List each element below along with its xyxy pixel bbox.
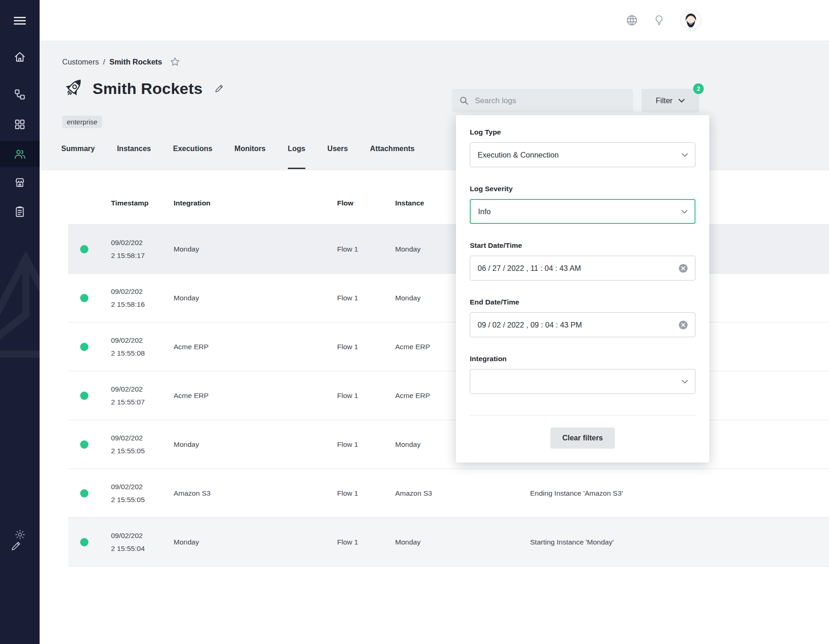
filter-panel: Log Type Execution & Connection Log Seve…: [456, 115, 709, 463]
table-row[interactable]: 09/02/202 2 15:55:07 Acme ERP Flow 1 Acm…: [68, 371, 829, 420]
clipboard-icon: [14, 206, 26, 218]
plan-badge: enterprise: [62, 116, 102, 128]
column-header-timestamp: Timestamp: [111, 199, 149, 207]
clear-filters-button[interactable]: Clear filters: [550, 427, 615, 449]
search-input[interactable]: [475, 96, 626, 105]
clear-start-datetime-button[interactable]: [678, 263, 688, 273]
log-flow: Flow 1: [337, 225, 358, 273]
start-datetime-group: Start Date/Time 06 / 27 / 2022 , 11 : 04…: [470, 241, 695, 281]
log-timestamp: 09/02/202 2 15:55:05: [111, 469, 159, 517]
status-success-dot: [80, 489, 88, 498]
clear-circle-icon: [678, 263, 688, 273]
sidebar-item-logs[interactable]: [0, 199, 40, 225]
integration-select[interactable]: [470, 369, 695, 394]
log-integration: Monday: [174, 225, 199, 273]
log-type-select[interactable]: Execution & Connection: [470, 142, 695, 167]
tab-executions[interactable]: Executions: [173, 145, 212, 169]
breadcrumb-separator: /: [103, 58, 105, 66]
menu-toggle-button[interactable]: [0, 8, 40, 34]
globe-icon: [625, 14, 638, 27]
log-flow: Flow 1: [337, 322, 358, 371]
log-message: Ending Instance 'Amazon S3': [530, 469, 623, 517]
gear-icon: [14, 529, 26, 540]
log-timestamp: 09/02/202 2 15:55:07: [111, 371, 159, 420]
globe-button[interactable]: [625, 14, 638, 27]
log-integration: Monday: [174, 274, 199, 322]
log-severity-group: Log Severity Info: [470, 185, 695, 224]
tab-logs[interactable]: Logs: [288, 145, 305, 169]
tab-attachments[interactable]: Attachments: [370, 145, 414, 169]
breadcrumb-customers-link[interactable]: Customers: [62, 58, 99, 66]
filter-button[interactable]: Filter 2: [642, 89, 699, 112]
log-severity-label: Log Severity: [470, 185, 695, 193]
status-success-dot: [80, 440, 88, 449]
table-row[interactable]: 09/02/202 2 15:55:08 Acme ERP Flow 1 Acm…: [68, 322, 829, 371]
end-datetime-input[interactable]: 09 / 02 / 2022 , 09 : 04 : 43 PM: [470, 312, 695, 337]
sidebar-item-marketplace[interactable]: [0, 170, 40, 195]
log-flow: Flow 1: [337, 371, 358, 420]
log-integration: Monday: [174, 518, 199, 566]
avatar-illustration-icon: [680, 9, 702, 31]
integrations-icon: [14, 88, 26, 100]
log-instance: Monday: [395, 225, 420, 273]
feedback-pencil-button[interactable]: [10, 540, 22, 554]
lightbulb-icon: [653, 14, 665, 27]
topbar: [40, 0, 829, 41]
grid-icon: [14, 118, 26, 130]
table-row[interactable]: 09/02/202 2 15:58:16 Monday Flow 1 Monda…: [68, 274, 829, 322]
column-header-integration: Integration: [174, 199, 210, 207]
logs-table: 09/02/202 2 15:58:17 Monday Flow 1 Monda…: [68, 225, 829, 567]
favorite-star-button[interactable]: [169, 56, 181, 67]
tab-users[interactable]: Users: [327, 145, 348, 169]
log-type-value: Execution & Connection: [478, 151, 559, 159]
chevron-down-icon: [678, 99, 685, 103]
sidebar-item-components[interactable]: [0, 111, 40, 137]
status-success-dot: [80, 294, 88, 302]
table-row[interactable]: 09/02/202 2 15:55:05 Monday Flow 1 Monda…: [68, 420, 829, 469]
log-integration: Acme ERP: [174, 371, 209, 420]
log-timestamp: 09/02/202 2 15:58:16: [111, 274, 159, 322]
log-instance: Acme ERP: [395, 322, 430, 371]
log-message: Starting Instance 'Monday': [530, 518, 614, 566]
log-flow: Flow 1: [337, 518, 358, 566]
log-timestamp: 09/02/202 2 15:58:17: [111, 225, 159, 273]
sidebar-item-customers[interactable]: [0, 141, 40, 167]
sidebar-item-integrations[interactable]: [0, 82, 40, 107]
table-row[interactable]: 09/02/202 2 15:55:04 Monday Flow 1 Monda…: [68, 518, 829, 567]
chevron-down-icon: [682, 153, 688, 157]
user-avatar[interactable]: [680, 9, 702, 31]
tab-summary[interactable]: Summary: [61, 145, 95, 169]
pencil-icon: [10, 540, 22, 552]
tab-monitors[interactable]: Monitors: [234, 145, 266, 169]
table-row[interactable]: 09/02/202 2 15:55:05 Amazon S3 Flow 1 Am…: [68, 469, 829, 518]
edit-title-button[interactable]: [214, 83, 225, 94]
panel-divider: [470, 415, 695, 416]
clear-end-datetime-button[interactable]: [678, 320, 688, 330]
app-root: Customers / Smith Rockets Smith Rockets: [0, 0, 829, 644]
log-instance: Acme ERP: [395, 371, 430, 420]
start-datetime-input[interactable]: 06 / 27 / 2022 , 11 : 04 : 43 AM: [470, 256, 695, 281]
table-row[interactable]: 09/02/202 2 15:58:17 Monday Flow 1 Monda…: [68, 225, 829, 274]
log-severity-select[interactable]: Info: [470, 199, 695, 224]
filter-count-badge: 2: [693, 83, 704, 94]
edit-pencil-icon: [214, 83, 225, 94]
status-success-dot: [80, 392, 88, 400]
star-icon: [169, 56, 181, 67]
log-integration: Monday: [174, 420, 199, 468]
page-title: Smith Rockets: [93, 80, 203, 98]
clear-circle-icon: [678, 320, 688, 330]
chevron-down-icon: [681, 210, 688, 214]
tab-instances[interactable]: Instances: [117, 145, 151, 169]
status-success-dot: [80, 343, 88, 351]
integration-group: Integration: [470, 355, 695, 394]
breadcrumb: Customers / Smith Rockets: [62, 56, 181, 67]
topbar-actions: [625, 0, 702, 41]
search-box: [452, 89, 633, 112]
end-datetime-value: 09 / 02 / 2022 , 09 : 04 : 43 PM: [478, 321, 582, 329]
end-datetime-group: End Date/Time 09 / 02 / 2022 , 09 : 04 :…: [470, 298, 695, 337]
help-lightbulb-button[interactable]: [653, 14, 665, 27]
log-instance: Monday: [395, 274, 420, 322]
sidebar-item-home[interactable]: [0, 44, 40, 70]
home-icon: [14, 51, 26, 63]
log-type-label: Log Type: [470, 128, 695, 136]
